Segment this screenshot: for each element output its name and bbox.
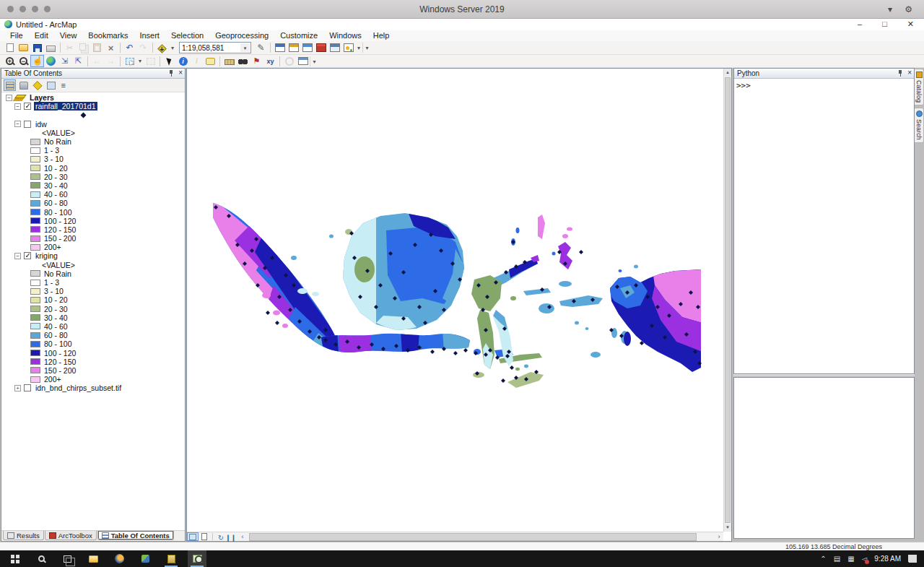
- kriging-layer-name[interactable]: kriging: [34, 251, 59, 260]
- side-tab-catalog[interactable]: Catalog: [915, 69, 924, 105]
- viewer-window-button[interactable]: [296, 55, 310, 67]
- toc-window-button[interactable]: [273, 42, 287, 54]
- map-scale-input[interactable]: [180, 44, 239, 52]
- clear-selection-button[interactable]: [144, 55, 157, 67]
- python-window-button[interactable]: [328, 42, 341, 54]
- menu-file[interactable]: File: [4, 30, 29, 41]
- layout-view-button[interactable]: [199, 532, 210, 541]
- arcgis-admin-taskbar-button[interactable]: [136, 550, 154, 567]
- horizontal-scroll-track[interactable]: [248, 533, 714, 541]
- close-button[interactable]: ✕: [907, 20, 914, 29]
- idw-layer-checkbox[interactable]: [24, 121, 31, 128]
- map-scale-combobox[interactable]: ▾: [179, 42, 251, 53]
- tab-table-of-contents[interactable]: Table Of Contents: [97, 531, 174, 540]
- list-by-source-button[interactable]: [17, 79, 30, 91]
- rainfall-layer-checkbox[interactable]: [24, 103, 31, 110]
- network-icon[interactable]: ▤: [834, 555, 840, 563]
- html-popup-button[interactable]: [204, 55, 217, 67]
- legend-swatch[interactable]: [30, 217, 40, 224]
- fixed-zoom-in-button[interactable]: [58, 55, 71, 67]
- search-window-button[interactable]: [300, 42, 314, 54]
- legend-swatch[interactable]: [30, 156, 40, 163]
- paste-button[interactable]: [90, 42, 104, 54]
- menu-bookmarks[interactable]: Bookmarks: [82, 30, 134, 41]
- scale-dropdown-icon[interactable]: ▾: [240, 43, 250, 52]
- rainfall-layer-expander[interactable]: −: [14, 103, 21, 110]
- toolbar-overflow-icon[interactable]: ▾: [310, 56, 318, 66]
- identify-button[interactable]: i: [176, 55, 190, 67]
- data-view-button[interactable]: [187, 532, 199, 541]
- dropdown-caret-icon[interactable]: ▾: [169, 45, 176, 51]
- idw-layer-expander[interactable]: −: [14, 121, 21, 127]
- menu-geoprocessing[interactable]: Geoprocessing: [209, 30, 274, 41]
- menu-edit[interactable]: Edit: [29, 30, 54, 41]
- python-pin-icon[interactable]: [897, 69, 903, 77]
- legend-swatch[interactable]: [30, 288, 40, 295]
- display-icon[interactable]: ▦: [847, 555, 854, 563]
- time-slider-button[interactable]: [282, 55, 296, 67]
- raster-layer-name[interactable]: idn_bnd_chirps_subset.tif: [34, 384, 123, 392]
- full-extent-button[interactable]: [44, 55, 58, 67]
- kriging-layer-checkbox[interactable]: [24, 252, 31, 259]
- list-by-selection-button[interactable]: [45, 79, 57, 91]
- add-data-button[interactable]: [155, 42, 169, 54]
- legend-swatch[interactable]: [30, 235, 40, 242]
- menu-view[interactable]: View: [54, 30, 83, 41]
- new-document-button[interactable]: [3, 42, 17, 54]
- go-to-xy-button[interactable]: [263, 55, 277, 67]
- legend-swatch[interactable]: [30, 367, 40, 373]
- select-features-button[interactable]: [123, 55, 136, 67]
- zoom-out-button[interactable]: −: [17, 55, 30, 67]
- legend-swatch[interactable]: [30, 297, 40, 303]
- copy-button[interactable]: [77, 42, 90, 54]
- legend-swatch[interactable]: [30, 191, 40, 198]
- legend-swatch[interactable]: [30, 139, 40, 145]
- taskbar-search-taskbar-button[interactable]: [32, 550, 51, 567]
- legend-swatch[interactable]: [30, 358, 40, 365]
- print-button[interactable]: [44, 42, 58, 54]
- arccatalog-taskbar-button[interactable]: [162, 550, 180, 567]
- legend-swatch[interactable]: [30, 165, 40, 171]
- toolbar-overflow-icon[interactable]: ▾: [362, 43, 371, 53]
- cut-button[interactable]: [63, 42, 77, 54]
- raster-layer-expander[interactable]: +: [14, 385, 21, 391]
- legend-swatch[interactable]: [30, 270, 40, 277]
- hyperlink-button[interactable]: [190, 55, 204, 67]
- map-horizontal-scrollbar[interactable]: ‹ ›: [187, 532, 723, 541]
- refresh-view-button[interactable]: [215, 532, 227, 541]
- map-vertical-scrollbar[interactable]: ▲ ▼: [723, 69, 731, 532]
- pause-drawing-button[interactable]: [227, 532, 238, 541]
- map-canvas[interactable]: [187, 69, 724, 532]
- notification-icon[interactable]: [908, 555, 917, 563]
- kriging-layer-expander[interactable]: −: [14, 253, 21, 259]
- toc-options-button[interactable]: [58, 79, 71, 91]
- catalog-window-button[interactable]: [287, 42, 300, 54]
- legend-swatch[interactable]: [30, 332, 40, 339]
- dropdown-caret-icon[interactable]: ▾: [136, 58, 144, 64]
- undo-button[interactable]: [123, 42, 136, 54]
- legend-swatch[interactable]: [30, 323, 40, 329]
- select-elements-button[interactable]: [162, 55, 176, 67]
- firefox-taskbar-button[interactable]: [110, 550, 128, 567]
- model-builder-button[interactable]: [341, 42, 355, 54]
- save-button[interactable]: [30, 42, 44, 54]
- vertical-scroll-thumb[interactable]: [725, 77, 731, 523]
- start-taskbar-button[interactable]: [6, 550, 25, 567]
- pan-button[interactable]: [30, 55, 44, 67]
- toc-close-icon[interactable]: ×: [178, 69, 183, 77]
- legend-swatch[interactable]: [30, 244, 40, 251]
- legend-swatch[interactable]: [30, 200, 40, 207]
- vm-settings-gear-icon[interactable]: ⚙: [905, 4, 912, 14]
- maximize-button[interactable]: □: [882, 20, 887, 29]
- fixed-zoom-out-button[interactable]: [71, 55, 85, 67]
- redo-button[interactable]: [136, 42, 150, 54]
- menu-selection[interactable]: Selection: [165, 30, 209, 41]
- measure-button[interactable]: [222, 55, 236, 67]
- open-folder-button[interactable]: [17, 42, 30, 54]
- legend-swatch[interactable]: [30, 173, 40, 180]
- legend-swatch[interactable]: [30, 306, 40, 312]
- tab-results[interactable]: Results: [3, 531, 44, 540]
- menu-help[interactable]: Help: [367, 30, 396, 41]
- taskbar-clock[interactable]: 9:28 AM: [874, 555, 901, 563]
- speaker-muted-icon[interactable]: ◅: [862, 555, 868, 563]
